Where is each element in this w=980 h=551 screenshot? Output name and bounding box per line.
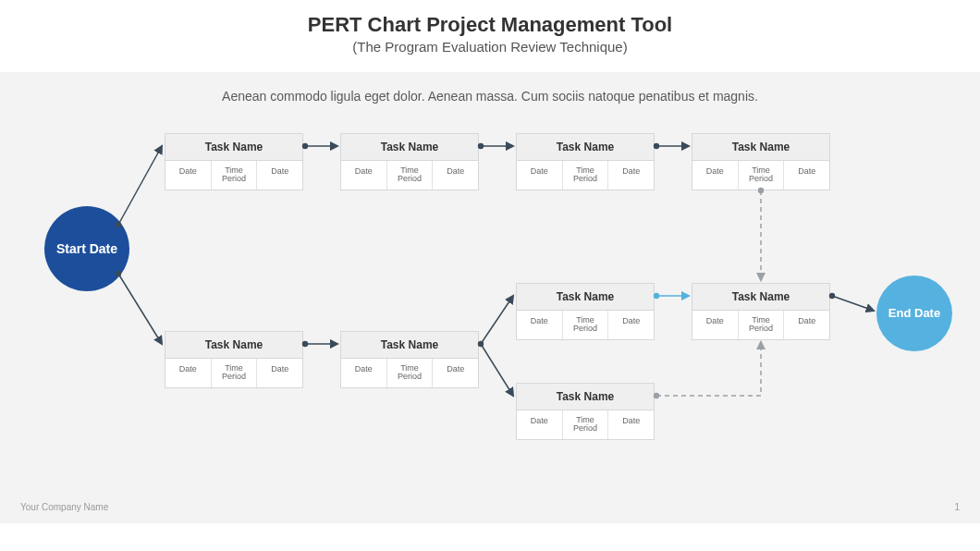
task-node-4: Task Name Date TimePeriod Date	[692, 133, 830, 190]
task-cells: Date TimePeriod Date	[165, 359, 302, 387]
task-title: Task Name	[517, 134, 654, 161]
task-cells: Date TimePeriod Date	[341, 161, 478, 190]
task-node-5: Task Name Date TimePeriod Date	[165, 331, 303, 388]
task-node-9: Task Name Date TimePeriod Date	[692, 283, 830, 340]
footer-company: Your Company Name	[20, 502, 108, 512]
slide-subtitle: (The Program Evaluation Review Technique…	[0, 39, 980, 55]
task-cell-period: TimePeriod	[211, 161, 257, 190]
task-cell-period: TimePeriod	[738, 161, 784, 190]
slide-title: PERT Chart Project Management Tool	[0, 13, 980, 37]
task-cells: Date TimePeriod Date	[341, 359, 478, 387]
task-cell-start: Date	[165, 161, 211, 190]
task-cell-start: Date	[692, 311, 738, 339]
svg-line-13	[481, 296, 513, 344]
svg-line-3	[118, 274, 162, 344]
start-date-label: Start Date	[56, 241, 117, 256]
task-cells: Date TimePeriod Date	[517, 161, 654, 190]
task-title: Task Name	[517, 284, 654, 311]
task-cells: Date TimePeriod Date	[692, 311, 829, 339]
end-date-label: End Date	[888, 307, 940, 321]
task-cell-end: Date	[256, 359, 302, 387]
task-cell-start: Date	[517, 311, 562, 339]
task-title: Task Name	[165, 134, 302, 161]
task-cells: Date TimePeriod Date	[692, 161, 829, 190]
task-title: Task Name	[341, 332, 478, 359]
task-cell-start: Date	[517, 161, 562, 190]
task-cell-start: Date	[692, 161, 738, 190]
task-cell-end: Date	[607, 410, 654, 439]
task-cell-end: Date	[607, 161, 654, 190]
task-cell-period: TimePeriod	[562, 161, 608, 190]
task-title: Task Name	[692, 284, 829, 311]
description-text: Aenean commodo ligula eget dolor. Aenean…	[0, 89, 980, 104]
header: PERT Chart Project Management Tool (The …	[0, 0, 980, 55]
task-node-7: Task Name Date TimePeriod Date	[516, 283, 655, 340]
task-cell-end: Date	[432, 359, 478, 387]
task-title: Task Name	[517, 384, 654, 410]
task-cell-start: Date	[165, 359, 211, 387]
diagram-canvas: Aenean commodo ligula eget dolor. Aenean…	[0, 72, 980, 523]
task-cell-period: TimePeriod	[211, 359, 257, 387]
task-cell-end: Date	[783, 161, 829, 190]
start-date-node: Start Date	[44, 206, 129, 291]
task-title: Task Name	[165, 332, 302, 359]
task-node-1: Task Name Date TimePeriod Date	[165, 133, 303, 190]
svg-line-21	[832, 296, 874, 311]
task-cell-period: TimePeriod	[386, 161, 433, 190]
task-cell-period: TimePeriod	[562, 410, 608, 439]
task-node-8: Task Name Date TimePeriod Date	[516, 383, 655, 440]
svg-line-14	[481, 344, 513, 396]
task-cell-start: Date	[341, 161, 386, 190]
task-node-3: Task Name Date TimePeriod Date	[516, 133, 655, 190]
svg-line-1	[118, 146, 162, 225]
slide: PERT Chart Project Management Tool (The …	[0, 0, 980, 551]
task-cell-end: Date	[607, 311, 654, 339]
task-title: Task Name	[341, 134, 478, 161]
task-cell-start: Date	[341, 359, 386, 387]
connectors-layer	[0, 72, 980, 523]
task-cells: Date TimePeriod Date	[165, 161, 302, 190]
task-cell-start: Date	[517, 410, 562, 439]
task-cells: Date TimePeriod Date	[517, 410, 654, 439]
task-cells: Date TimePeriod Date	[517, 311, 654, 339]
footer-page-number: 1	[954, 502, 960, 512]
task-cell-end: Date	[432, 161, 478, 190]
task-cell-period: TimePeriod	[562, 311, 608, 339]
task-title: Task Name	[692, 134, 829, 161]
task-node-6: Task Name Date TimePeriod Date	[340, 331, 479, 388]
task-node-2: Task Name Date TimePeriod Date	[340, 133, 479, 190]
end-date-node: End Date	[876, 276, 952, 351]
task-cell-period: TimePeriod	[386, 359, 433, 387]
task-cell-end: Date	[256, 161, 302, 190]
task-cell-end: Date	[783, 311, 829, 339]
task-cell-period: TimePeriod	[738, 311, 784, 339]
